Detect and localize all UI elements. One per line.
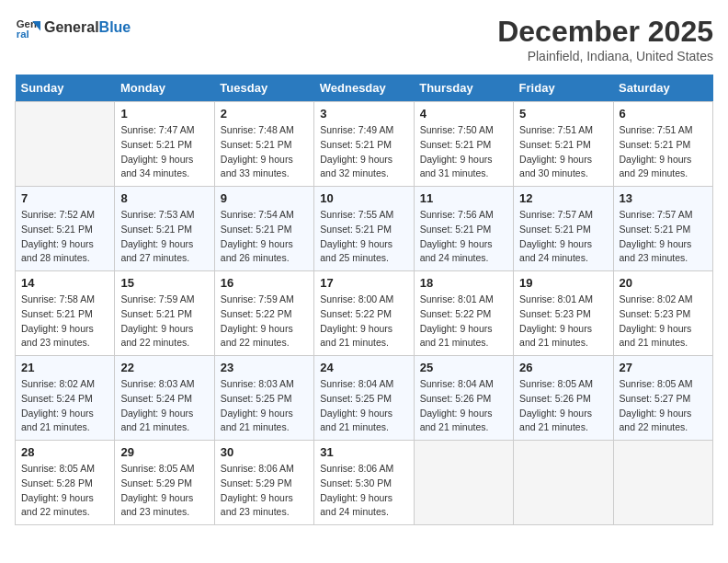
day-info: Sunrise: 7:51 AMSunset: 5:21 PMDaylight:… [620,123,707,181]
day-number: 1 [120,107,208,121]
calendar-day-cell: 16Sunrise: 7:59 AMSunset: 5:22 PMDayligh… [214,271,313,356]
day-number: 6 [620,107,707,121]
sunset-label: Sunset: 5:21 PM [120,308,192,319]
day-info: Sunrise: 8:04 AMSunset: 5:26 PMDaylight:… [420,377,507,435]
weekday-header-cell: Thursday [414,75,513,102]
calendar-day-cell: 14Sunrise: 7:58 AMSunset: 5:21 PMDayligh… [16,271,115,356]
daylight-label: Daylight: 9 hours and 21 minutes. [320,408,392,433]
sunset-label: Sunset: 5:21 PM [21,308,93,319]
calendar-day-cell: 30Sunrise: 8:06 AMSunset: 5:29 PMDayligh… [214,441,313,525]
daylight-label: Daylight: 9 hours and 22 minutes. [221,323,293,349]
day-number: 21 [21,361,108,374]
sunrise-label: Sunrise: 7:59 AM [120,293,194,304]
sunrise-label: Sunrise: 8:03 AM [221,378,294,389]
sunset-label: Sunset: 5:30 PM [320,477,392,488]
calendar-day-cell: 25Sunrise: 8:04 AMSunset: 5:26 PMDayligh… [414,356,513,441]
sunset-label: Sunset: 5:29 PM [221,477,292,488]
day-info: Sunrise: 7:57 AMSunset: 5:21 PMDaylight:… [620,208,707,266]
sunrise-label: Sunrise: 7:58 AM [21,293,95,304]
day-info: Sunrise: 7:57 AMSunset: 5:21 PMDaylight:… [519,208,607,266]
sunset-label: Sunset: 5:22 PM [320,308,392,319]
day-info: Sunrise: 7:59 AMSunset: 5:21 PMDaylight:… [120,293,208,350]
sunset-label: Sunset: 5:21 PM [620,139,691,150]
sunset-label: Sunset: 5:21 PM [21,224,93,235]
sunset-label: Sunset: 5:21 PM [519,224,591,235]
calendar-week-row: 28Sunrise: 8:05 AMSunset: 5:28 PMDayligh… [16,441,713,525]
calendar-day-cell: 20Sunrise: 8:02 AMSunset: 5:23 PMDayligh… [613,271,712,356]
calendar-header-row: SundayMondayTuesdayWednesdayThursdayFrid… [16,75,713,102]
sunrise-label: Sunrise: 8:05 AM [519,378,593,389]
day-info: Sunrise: 7:47 AMSunset: 5:21 PMDaylight:… [120,123,208,181]
logo: Gene ral GeneralBlue [15,15,131,40]
calendar-day-cell: 27Sunrise: 8:05 AMSunset: 5:27 PMDayligh… [613,356,712,441]
day-number: 4 [420,107,507,121]
day-number: 18 [420,276,507,290]
day-info: Sunrise: 7:59 AMSunset: 5:22 PMDaylight:… [221,293,308,350]
daylight-label: Daylight: 9 hours and 21 minutes. [120,408,193,433]
sunset-label: Sunset: 5:21 PM [320,139,392,150]
month-year-title: December 2025 [497,15,713,49]
calendar-day-cell: 26Sunrise: 8:05 AMSunset: 5:26 PMDayligh… [514,356,613,441]
day-info: Sunrise: 7:56 AMSunset: 5:21 PMDaylight:… [420,208,507,266]
day-info: Sunrise: 8:06 AMSunset: 5:29 PMDaylight:… [221,462,308,520]
daylight-label: Daylight: 9 hours and 23 minutes. [620,238,692,264]
sunset-label: Sunset: 5:21 PM [221,224,292,235]
day-info: Sunrise: 7:48 AMSunset: 5:21 PMDaylight:… [221,123,308,181]
day-number: 25 [420,361,507,374]
sunrise-label: Sunrise: 8:00 AM [320,293,393,304]
sunset-label: Sunset: 5:25 PM [221,393,292,404]
sunset-label: Sunset: 5:29 PM [120,477,192,488]
title-block: December 2025 Plainfield, Indiana, Unite… [497,15,713,63]
sunrise-label: Sunrise: 7:47 AM [120,124,194,135]
calendar-day-cell: 28Sunrise: 8:05 AMSunset: 5:28 PMDayligh… [16,441,115,525]
daylight-label: Daylight: 9 hours and 26 minutes. [221,238,293,264]
day-info: Sunrise: 7:52 AMSunset: 5:21 PMDaylight:… [21,208,108,266]
calendar-day-cell: 4Sunrise: 7:50 AMSunset: 5:21 PMDaylight… [414,102,513,187]
calendar-day-cell: 8Sunrise: 7:53 AMSunset: 5:21 PMDaylight… [115,187,214,271]
sunset-label: Sunset: 5:28 PM [21,477,93,488]
day-number: 3 [320,107,407,121]
calendar-week-row: 14Sunrise: 7:58 AMSunset: 5:21 PMDayligh… [16,271,713,356]
daylight-label: Daylight: 9 hours and 25 minutes. [320,238,392,264]
day-number: 11 [420,191,507,205]
day-number: 14 [21,276,108,290]
day-info: Sunrise: 8:02 AMSunset: 5:23 PMDaylight:… [620,293,707,350]
daylight-label: Daylight: 9 hours and 34 minutes. [120,154,193,179]
sunset-label: Sunset: 5:26 PM [420,393,492,404]
calendar-day-cell: 9Sunrise: 7:54 AMSunset: 5:21 PMDaylight… [214,187,313,271]
sunrise-label: Sunrise: 7:52 AM [21,209,95,220]
day-number: 26 [519,361,607,374]
svg-text:ral: ral [17,29,29,40]
location-subtitle: Plainfield, Indiana, United States [497,49,713,63]
sunrise-label: Sunrise: 7:57 AM [620,209,693,220]
calendar-day-cell: 3Sunrise: 7:49 AMSunset: 5:21 PMDaylight… [314,102,414,187]
calendar-day-cell [514,441,613,525]
daylight-label: Daylight: 9 hours and 32 minutes. [320,154,392,179]
sunrise-label: Sunrise: 7:59 AM [221,293,294,304]
sunrise-label: Sunrise: 7:51 AM [519,124,593,135]
day-info: Sunrise: 7:58 AMSunset: 5:21 PMDaylight:… [21,293,108,350]
sunrise-label: Sunrise: 7:55 AM [320,209,393,220]
sunrise-label: Sunrise: 7:53 AM [120,209,194,220]
sunrise-label: Sunrise: 7:48 AM [221,124,294,135]
calendar-day-cell: 24Sunrise: 8:04 AMSunset: 5:25 PMDayligh… [314,356,414,441]
day-number: 30 [221,445,308,459]
sunrise-label: Sunrise: 7:50 AM [420,124,494,135]
day-info: Sunrise: 7:49 AMSunset: 5:21 PMDaylight:… [320,123,407,181]
daylight-label: Daylight: 9 hours and 21 minutes. [420,323,493,349]
day-number: 7 [21,191,108,205]
day-number: 2 [221,107,308,121]
calendar-day-cell: 2Sunrise: 7:48 AMSunset: 5:21 PMDaylight… [214,102,313,187]
day-info: Sunrise: 8:05 AMSunset: 5:28 PMDaylight:… [21,462,108,520]
sunset-label: Sunset: 5:21 PM [519,139,591,150]
calendar-day-cell: 19Sunrise: 8:01 AMSunset: 5:23 PMDayligh… [514,271,613,356]
day-number: 19 [519,276,607,290]
day-info: Sunrise: 7:55 AMSunset: 5:21 PMDaylight:… [320,208,407,266]
calendar-day-cell: 15Sunrise: 7:59 AMSunset: 5:21 PMDayligh… [115,271,214,356]
sunset-label: Sunset: 5:26 PM [519,393,591,404]
day-number: 15 [120,276,208,290]
day-number: 5 [519,107,607,121]
sunrise-label: Sunrise: 8:02 AM [620,293,693,304]
sunset-label: Sunset: 5:22 PM [420,308,492,319]
day-number: 16 [221,276,308,290]
